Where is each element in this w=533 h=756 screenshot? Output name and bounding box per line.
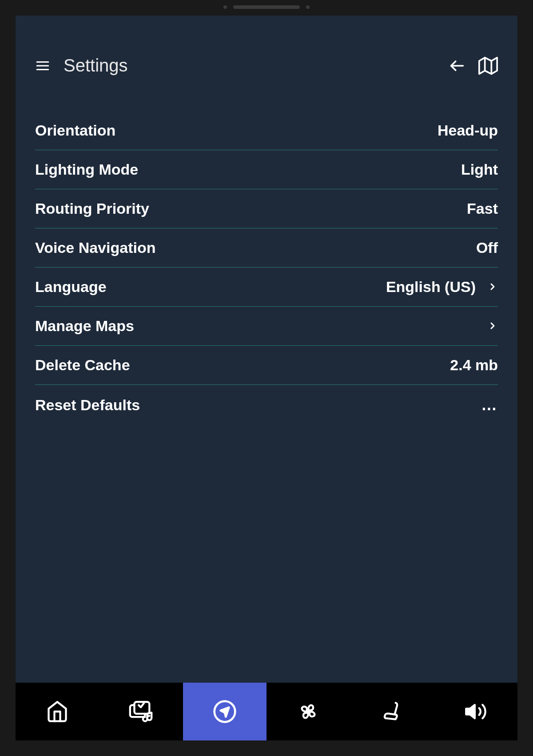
speaker-slot	[233, 5, 300, 9]
setting-lighting-mode[interactable]: Lighting Mode Light	[35, 150, 498, 189]
setting-value: English (US)	[386, 278, 476, 296]
camera-dot	[223, 5, 227, 9]
header-right	[448, 56, 498, 76]
arrow-left-icon	[448, 57, 466, 75]
setting-value-wrap: English (US)	[386, 278, 498, 296]
menu-button[interactable]	[35, 58, 50, 73]
setting-label: Voice Navigation	[35, 239, 155, 256]
setting-label: Language	[35, 278, 107, 296]
settings-list: Orientation Head-up Lighting Mode Light …	[16, 89, 517, 683]
setting-label: Routing Priority	[35, 200, 149, 217]
svg-marker-10	[220, 708, 229, 717]
device-notch	[223, 5, 310, 9]
device-frame: Settings Orientation Head-up Lighting Mo…	[0, 0, 533, 756]
page-title: Settings	[64, 56, 128, 76]
svg-rect-8	[135, 702, 150, 714]
seat-icon	[380, 700, 403, 723]
chevron-right-icon	[487, 317, 498, 335]
setting-delete-cache[interactable]: Delete Cache 2.4 mb	[35, 346, 498, 385]
map-button[interactable]	[478, 56, 498, 76]
header-left: Settings	[35, 56, 128, 76]
setting-label: Delete Cache	[35, 356, 130, 374]
bottom-nav	[16, 683, 517, 740]
nav-climate[interactable]	[266, 683, 350, 740]
header: Settings	[16, 16, 517, 89]
volume-icon	[464, 700, 487, 723]
setting-label: Manage Maps	[35, 317, 134, 335]
back-button[interactable]	[448, 57, 466, 75]
setting-value-wrap: …	[481, 396, 498, 414]
setting-value: Off	[476, 239, 498, 256]
media-icon	[128, 699, 154, 724]
setting-value: Light	[461, 161, 498, 178]
screen: Settings Orientation Head-up Lighting Mo…	[16, 16, 517, 740]
setting-label: Reset Defaults	[35, 396, 140, 414]
setting-label: Lighting Mode	[35, 161, 138, 178]
svg-marker-12	[466, 705, 475, 718]
setting-value: Head-up	[438, 122, 498, 139]
setting-value: Fast	[467, 200, 498, 217]
setting-language[interactable]: Language English (US)	[35, 268, 498, 307]
setting-label: Orientation	[35, 122, 115, 139]
nav-seat[interactable]	[350, 683, 434, 740]
menu-icon	[35, 58, 50, 73]
setting-reset-defaults[interactable]: Reset Defaults …	[35, 385, 498, 425]
sensor-dot	[306, 5, 310, 9]
nav-volume[interactable]	[434, 683, 517, 740]
chevron-right-icon	[487, 278, 498, 296]
nav-home[interactable]	[16, 683, 99, 740]
home-icon	[46, 700, 69, 723]
setting-manage-maps[interactable]: Manage Maps	[35, 307, 498, 346]
nav-media[interactable]	[99, 683, 183, 740]
setting-value: 2.4 mb	[450, 356, 498, 374]
setting-voice-navigation[interactable]: Voice Navigation Off	[35, 228, 498, 268]
map-icon	[478, 56, 498, 76]
setting-value-wrap	[487, 317, 498, 335]
nav-navigation[interactable]	[183, 683, 266, 740]
fan-icon	[297, 700, 320, 723]
ellipsis-icon: …	[481, 396, 498, 414]
setting-orientation[interactable]: Orientation Head-up	[35, 111, 498, 150]
svg-marker-4	[479, 57, 497, 74]
setting-routing-priority[interactable]: Routing Priority Fast	[35, 189, 498, 228]
navigation-icon	[212, 699, 237, 724]
